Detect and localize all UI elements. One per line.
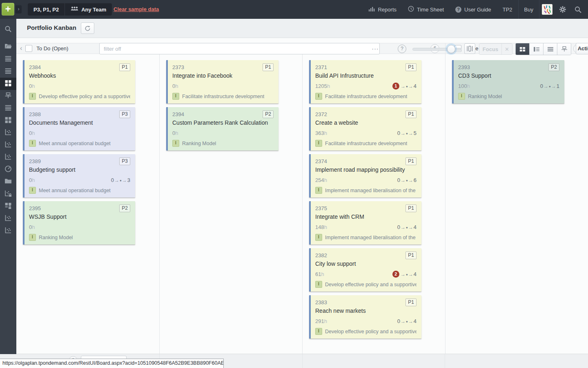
priority-filter-label: P3, P1, P2	[33, 7, 59, 13]
nav-tp2[interactable]: TP2	[497, 0, 518, 19]
card-flow: →●→4	[400, 270, 416, 278]
sidebar-item-list-2[interactable]	[0, 53, 16, 65]
priority-badge[interactable]: P1	[405, 157, 416, 165]
card-id: 2371	[315, 63, 327, 70]
sidebar-item-board-4[interactable]	[0, 78, 16, 90]
kanban-card[interactable]: 2374 P1 Implement road mapping possibili…	[309, 154, 421, 197]
hours-suffix: h	[32, 83, 35, 89]
alert-count-badge: 1	[392, 83, 399, 90]
flow-dot-icon: ●	[406, 132, 408, 135]
sidebar-item-chart-10[interactable]	[0, 151, 16, 164]
sidebar-item-list-6[interactable]	[0, 102, 16, 114]
clear-sample-data-link[interactable]: Clear sample data	[114, 6, 159, 12]
flow-arrow-icon: →	[401, 319, 405, 324]
priority-badge[interactable]: P1	[263, 63, 274, 71]
sidebar-item-chart-8[interactable]	[0, 127, 16, 139]
refresh-button[interactable]	[81, 22, 94, 34]
kanban-card[interactable]: 2393 P2 CD3 Support 100h 0→●→1 I Ranking…	[452, 60, 564, 103]
kanban-card[interactable]: 2389 P3 Budgeting support 0h 0→●→3 I Mee…	[23, 154, 135, 197]
sidebar-item-folder-12[interactable]	[0, 176, 16, 188]
priority-filter-button[interactable]: P3, P1, P2	[28, 3, 65, 16]
bar-chart-icon	[369, 6, 375, 13]
focus-button[interactable]: Focus	[479, 44, 501, 54]
initiative-icon: I	[315, 328, 322, 335]
kanban-card[interactable]: 2375 P1 Integrate with CRM 148h 0→●→4 I …	[309, 201, 421, 245]
sidebar-item-chart-15[interactable]	[0, 213, 16, 225]
sidebar-item-chart-16[interactable]	[0, 225, 16, 237]
kanban-card[interactable]: 2384 P1 Webhooks 0h I Develop effective …	[23, 60, 135, 103]
sidebar-item-chart-9[interactable]	[0, 139, 16, 151]
view-timeline-button[interactable]	[557, 43, 571, 55]
view-rows-button[interactable]	[543, 43, 557, 55]
priority-badge[interactable]: P3	[119, 157, 130, 165]
filter-more-button[interactable]: ···	[370, 43, 381, 55]
clock-icon	[408, 6, 414, 13]
column-cards: 2393 P2 CD3 Support 100h 0→●→1 I Ranking…	[445, 54, 588, 103]
card-id: 2395	[29, 204, 41, 211]
zoom-slider[interactable]	[412, 48, 461, 51]
zoom-slider-knob[interactable]	[447, 45, 455, 53]
flow-arrow-icon: →	[408, 224, 413, 230]
card-id: 2373	[172, 63, 184, 70]
flow-right: 4	[414, 224, 416, 230]
filter-input[interactable]	[99, 43, 380, 54]
add-button[interactable]: +	[2, 3, 14, 16]
priority-badge[interactable]: P1	[405, 63, 416, 71]
kanban-card[interactable]: 2395 P2 WSJB Support 0h I Ranking Model	[23, 201, 135, 245]
team-filter-button[interactable]: Any Team	[65, 3, 112, 16]
card-tag: I Implement managed liberalisation of th…	[315, 234, 416, 241]
card-title: Create a website	[315, 119, 416, 126]
card-title: City low support	[315, 260, 416, 267]
flow-arrow-icon: →	[114, 177, 119, 183]
nav-user-guide[interactable]: ? User Guide	[450, 0, 497, 19]
sidebar-item-search-0[interactable]	[0, 24, 16, 36]
initiative-icon: I	[29, 140, 36, 147]
view-board-button[interactable]	[516, 43, 529, 55]
card-hours: 0h	[29, 223, 35, 231]
kanban-card[interactable]: 2372 P1 Create a website 363h 0→●→5 I Fa…	[309, 107, 421, 150]
select-all-checkbox[interactable]	[25, 45, 32, 52]
sidebar-item-list-3[interactable]	[0, 65, 16, 78]
sidebar-item-board-lock-14[interactable]	[0, 200, 16, 213]
kanban-card[interactable]: 2371 P1 Build API Infrustructure 1205h 1…	[309, 60, 421, 103]
kanban-card[interactable]: 2394 P2 Custom Parameters Rank Calculati…	[166, 107, 278, 150]
settings-gear-icon[interactable]	[555, 0, 570, 19]
card-hours: 0h	[172, 129, 178, 137]
card-id: 2375	[315, 204, 327, 211]
nav-reports[interactable]: Reports	[363, 0, 402, 19]
sidebar-item-board-7[interactable]	[0, 114, 16, 127]
sidebar-item-chart-lock-13[interactable]	[0, 188, 16, 200]
kanban-card[interactable]: 2373 P1 Integrate into Facebook 0h I Fac…	[166, 60, 278, 103]
card-id: 2383	[315, 298, 327, 305]
fit-columns-button[interactable]	[464, 43, 475, 54]
priority-badge[interactable]: P1	[405, 204, 416, 212]
priority-badge[interactable]: P1	[405, 298, 416, 306]
expand-chevron-button[interactable]: ›	[16, 5, 22, 13]
priority-badge[interactable]: P2	[119, 204, 130, 212]
priority-badge[interactable]: P3	[119, 110, 130, 118]
sidebar-item-gauge-11[interactable]	[0, 164, 16, 176]
avatar[interactable]	[542, 4, 552, 15]
actions-button[interactable]: Actions	[576, 43, 588, 54]
kanban-card[interactable]: 2382 P1 City low support 61h 2→●→4 I Dev…	[309, 248, 421, 292]
kanban-card[interactable]: 2383 P1 Reach new markets 291h 0→●→4 I D…	[309, 295, 421, 339]
view-list-detail-button[interactable]	[529, 43, 543, 55]
nav-user-guide-label: User Guide	[464, 7, 491, 13]
priority-badge[interactable]: P2	[263, 110, 274, 118]
priority-badge[interactable]: P1	[405, 110, 416, 118]
filter-help-button[interactable]: ?	[398, 45, 406, 53]
board-column: ‹ In Progress 6 2371 P1 Build API Infrus…	[302, 43, 445, 354]
tag-label: Ranking Model	[182, 141, 216, 146]
sidebar-item-roadmap-5[interactable]	[0, 90, 16, 102]
clear-focus-icon[interactable]: ✕	[501, 44, 512, 54]
search-icon[interactable]	[570, 0, 588, 19]
collapse-column-icon[interactable]: ‹	[20, 45, 22, 52]
kanban-card[interactable]: 2388 P3 Documents Management 0h I Meet a…	[23, 107, 135, 150]
priority-badge[interactable]: P1	[405, 251, 416, 259]
card-hours: 363h	[315, 129, 327, 137]
priority-badge[interactable]: P2	[548, 63, 559, 71]
sidebar-item-folder-open-1[interactable]	[0, 41, 16, 53]
priority-badge[interactable]: P1	[119, 63, 130, 71]
nav-time-sheet[interactable]: Time Sheet	[402, 0, 450, 19]
nav-buy[interactable]: Buy	[519, 0, 539, 19]
